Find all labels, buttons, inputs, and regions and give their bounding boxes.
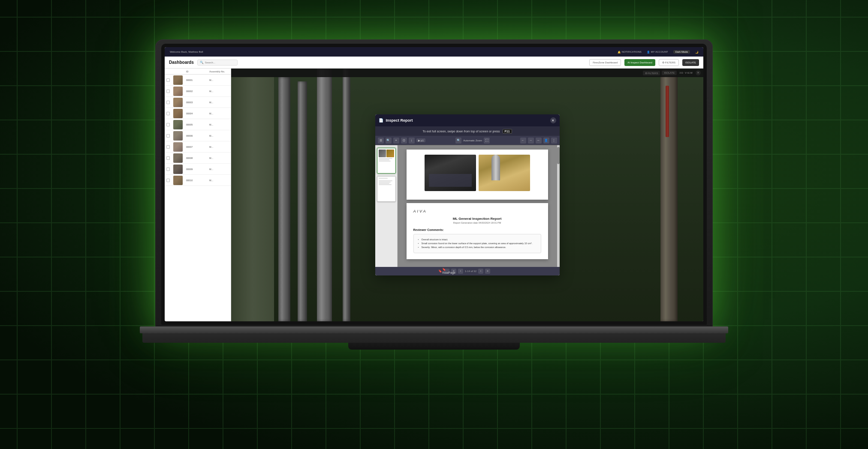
- pdf-tool2-btn[interactable]: →: [528, 138, 534, 144]
- modal-info-text: To exit full screen, swipe down from top…: [422, 130, 500, 133]
- my-account-item[interactable]: 👤 MY ACCOUNT: [647, 51, 668, 54]
- rowpage-icon: 🔖: [438, 269, 442, 273]
- modal-info-bar: To exit full screen, swipe down from top…: [375, 126, 560, 136]
- search-input[interactable]: [205, 61, 235, 64]
- pdf-scrollbar[interactable]: [557, 145, 560, 266]
- list-item[interactable]: 00001 M...: [165, 75, 231, 86]
- row-name: M...: [209, 135, 226, 137]
- list-item[interactable]: 00010 M...: [165, 175, 231, 186]
- list-item[interactable]: 00003 M...: [165, 97, 231, 108]
- screen-bezel: Welcome Back, Matthew Bell 🔔 NOTIFICATIO…: [161, 44, 707, 325]
- row-checkbox[interactable]: [166, 145, 170, 149]
- pdf-scroll-thumb[interactable]: [557, 147, 560, 164]
- row-thumbnail: [173, 165, 183, 174]
- pdf-zoom-in-btn[interactable]: +: [393, 138, 399, 144]
- row-name: M...: [209, 79, 226, 81]
- app-title: Dashboards: [169, 60, 194, 65]
- row-thumbnail: [173, 131, 183, 141]
- notifications-label: NOTIFICATIONS: [622, 51, 642, 53]
- comment-1: Overall structure is intact.: [418, 238, 536, 242]
- row-name: M...: [209, 179, 226, 182]
- modal-close-btn[interactable]: ✕: [550, 117, 556, 123]
- col-assembly: Assembly No.: [209, 70, 226, 73]
- welcome-text: Welcome Back, Matthew Bell: [170, 51, 203, 53]
- row-checkbox[interactable]: [166, 101, 170, 104]
- report-subtitle: Report Generation date 04/30/2024 18:01 …: [413, 222, 541, 224]
- dark-mode-toggle[interactable]: Dark Mode: [673, 50, 690, 54]
- list-item[interactable]: 00009 M...: [165, 164, 231, 175]
- pdf-rowpage-btn[interactable]: 🔖 🔖 RowPage: [444, 269, 449, 274]
- row-name: M...: [209, 101, 226, 104]
- row-name: M...: [209, 123, 226, 126]
- list-item[interactable]: 00005 M...: [165, 119, 231, 130]
- pdf-tool1-btn[interactable]: ←: [520, 138, 526, 144]
- pdf-tool5-btn[interactable]: ⋮: [551, 138, 557, 144]
- row-checkbox[interactable]: [166, 134, 170, 138]
- row-thumbnail: [173, 109, 183, 118]
- filters-btn[interactable]: ⚙ FILTERS: [659, 59, 679, 66]
- isolate-btn[interactable]: ISOLATE: [682, 59, 699, 66]
- pdf-zoom-mode-btn[interactable]: 🔍: [455, 138, 461, 144]
- col-headers: ID Assembly No.: [165, 69, 231, 75]
- pdf-tool4-btn[interactable]: 👤: [543, 138, 549, 144]
- row-id: 00003: [186, 101, 209, 104]
- pdf-menu-btn[interactable]: ☰: [378, 138, 384, 144]
- row-checkbox[interactable]: [166, 156, 170, 160]
- dark-mode-icon: 🌙: [695, 51, 698, 54]
- pdf-page-count: 1-14 of 32: [465, 270, 476, 272]
- col-id: ID: [186, 70, 209, 73]
- left-sidebar: ID Assembly No. 00001 M...: [165, 69, 231, 321]
- pdf-nav-prev[interactable]: ‹: [458, 269, 463, 274]
- pdf-thumb-page-2[interactable]: [377, 176, 396, 202]
- list-item[interactable]: 00007 M...: [165, 141, 231, 153]
- list-item[interactable]: 00006 M...: [165, 130, 231, 141]
- pdf-expand-btn[interactable]: ⛶: [484, 138, 490, 144]
- reviewer-comments-label: Reviewer Comments:: [413, 228, 541, 231]
- asset-list: 00001 M... 00002 M...: [165, 75, 231, 321]
- main-toolbar: Dashboards 🔍 FiresZone Dashboard AI Insp…: [165, 57, 703, 69]
- list-item[interactable]: 00004 M...: [165, 108, 231, 119]
- row-id: 00010: [186, 179, 209, 182]
- row-checkbox[interactable]: [166, 78, 170, 82]
- pdf-page-1-content: [407, 150, 548, 200]
- row-id: 00002: [186, 90, 209, 93]
- row-id: 00006: [186, 135, 209, 137]
- thumb-mini-image-a: [379, 150, 386, 157]
- row-id: 00008: [186, 157, 209, 159]
- top-nav-bar: Welcome Back, Matthew Bell 🔔 NOTIFICATIO…: [165, 47, 703, 57]
- search-box[interactable]: 🔍: [197, 60, 238, 66]
- pdf-nav-last[interactable]: »: [485, 269, 490, 274]
- thumb-mini-image-b: [386, 150, 394, 157]
- notifications-item[interactable]: 🔔 NOTIFICATIONS: [618, 51, 642, 54]
- pdf-photo-machinery: [425, 155, 476, 191]
- 3d-view-panel: ⚙ FILTERS ISOLATE 3D VIEW ✕: [231, 69, 703, 321]
- pdf-zoom-out-btn[interactable]: 🔍: [386, 138, 392, 144]
- laptop-device: Welcome Back, Matthew Bell 🔔 NOTIFICATIO…: [134, 39, 734, 425]
- row-checkbox[interactable]: [166, 90, 170, 93]
- pdf-fit-btn[interactable]: ⊡: [401, 138, 407, 144]
- pdf-nav-next[interactable]: ›: [478, 269, 483, 274]
- my-account-label: MY ACCOUNT: [651, 51, 668, 53]
- thumb-text-lines: [379, 158, 394, 162]
- pdf-nav-first[interactable]: «: [451, 269, 456, 274]
- row-checkbox[interactable]: [166, 168, 170, 171]
- fireszone-dashboard-btn[interactable]: FiresZone Dashboard: [589, 59, 621, 66]
- list-item[interactable]: 00008 M...: [165, 153, 231, 164]
- pdf-thumb-page-1[interactable]: [377, 148, 396, 174]
- user-icon: 👤: [647, 51, 650, 54]
- pdf-scroll-btn[interactable]: ↕: [409, 138, 415, 144]
- row-id: 00007: [186, 146, 209, 148]
- row-checkbox[interactable]: [166, 123, 170, 126]
- row-thumbnail: [173, 98, 183, 107]
- row-checkbox[interactable]: [166, 179, 170, 182]
- row-thumbnail: [173, 153, 183, 163]
- pdf-tool3-btn[interactable]: ↔: [536, 138, 542, 144]
- list-item[interactable]: 00002 M...: [165, 86, 231, 97]
- laptop-lid: Welcome Back, Matthew Bell 🔔 NOTIFICATIO…: [155, 39, 713, 331]
- comment-3: Severity: Minor, with a corrosion depth …: [418, 245, 536, 249]
- row-name: M...: [209, 157, 226, 159]
- modal-title: Inspect Report: [386, 118, 548, 123]
- ai-inspect-dashboard-btn[interactable]: AI Inspect Dashboard: [624, 59, 655, 66]
- row-checkbox[interactable]: [166, 112, 170, 115]
- pdf-main-area: AIVA ML General Inspection Report Report…: [398, 145, 557, 266]
